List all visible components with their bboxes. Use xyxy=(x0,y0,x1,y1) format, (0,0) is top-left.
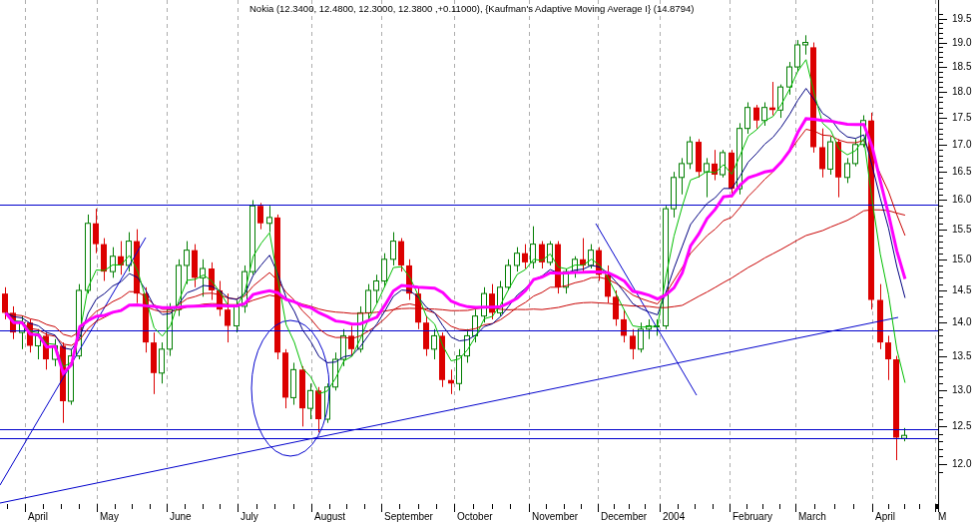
y-axis-label: 15.0 xyxy=(952,254,980,264)
y-axis-label: 16.0 xyxy=(952,194,980,205)
x-axis-month-label: April xyxy=(28,511,48,522)
y-axis-label: 17.5 xyxy=(952,112,980,123)
x-axis-month-label: May xyxy=(100,511,119,522)
x-axis-month-label: October xyxy=(457,511,493,522)
y-axis-label: 14.0 xyxy=(952,316,980,327)
y-axis-label: 16.5 xyxy=(952,166,980,177)
x-axis-month-label: M xyxy=(938,511,946,522)
chart-window: Nokia (12.3400, 12.4800, 12.3000, 12.380… xyxy=(0,0,980,524)
x-axis-month-label: July xyxy=(241,511,258,522)
y-axis-label: 17.0 xyxy=(952,139,980,150)
y-axis-label: 13.0 xyxy=(952,384,980,395)
y-axis-label: 15.5 xyxy=(952,224,980,235)
chart-title: Nokia (12.3400, 12.4800, 12.3000, 12.380… xyxy=(249,3,694,14)
x-axis-month-label: June xyxy=(170,511,192,522)
y-axis-label: 18.0 xyxy=(952,86,980,97)
x-axis-month-label: 2004 xyxy=(663,511,685,522)
x-axis-month-label: December xyxy=(601,511,647,522)
x-axis-month-label: April xyxy=(875,511,895,522)
y-axis-label: 12.0 xyxy=(952,458,980,469)
y-axis-label: 19.0 xyxy=(952,37,980,48)
x-axis-month-label: November xyxy=(532,511,578,522)
x-axis-month-label: March xyxy=(798,511,826,522)
x-axis-month-label: September xyxy=(384,511,433,522)
price-chart-canvas[interactable] xyxy=(0,0,980,524)
y-axis-label: 19.5 xyxy=(952,13,980,24)
x-axis-month-label: August xyxy=(314,511,345,522)
y-axis-label: 18.5 xyxy=(952,61,980,72)
x-axis-month-label: February xyxy=(733,511,772,522)
y-axis-label: 13.5 xyxy=(952,350,980,361)
y-axis-label: 12.5 xyxy=(952,420,980,431)
y-axis-label: 14.5 xyxy=(952,284,980,295)
